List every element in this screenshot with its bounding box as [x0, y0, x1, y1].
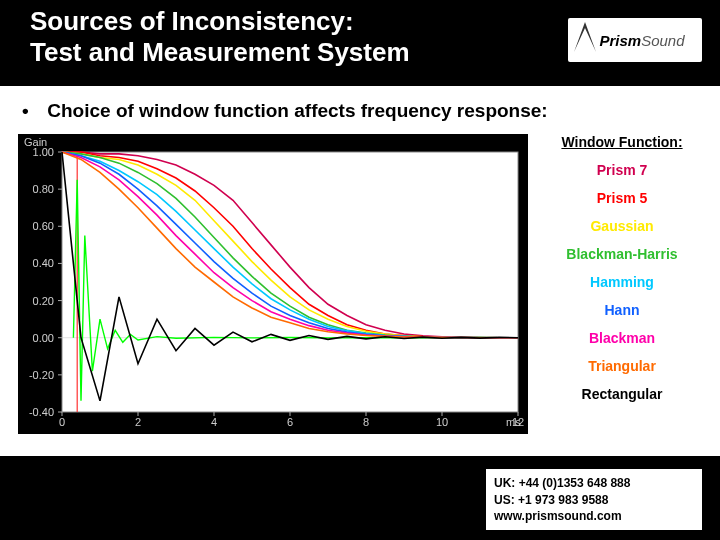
legend: Window Function: Prism 7Prism 5GaussianB… — [540, 130, 704, 408]
svg-rect-1 — [62, 152, 518, 412]
legend-item: Blackman — [540, 324, 704, 352]
svg-text:10: 10 — [436, 416, 448, 428]
logo-text: PrismSound — [585, 32, 684, 49]
bullet-line: • Choice of window function affects freq… — [22, 100, 548, 122]
body: • Choice of window function affects freq… — [0, 86, 720, 456]
chart: -0.40-0.200.000.200.400.600.801.00024681… — [18, 134, 528, 434]
svg-text:Gain: Gain — [24, 136, 47, 148]
bullet-text: Choice of window function affects freque… — [47, 100, 547, 121]
legend-item: Prism 5 — [540, 184, 704, 212]
legend-item: Triangular — [540, 352, 704, 380]
legend-item: Gaussian — [540, 212, 704, 240]
svg-text:ms: ms — [506, 416, 521, 428]
svg-text:0.20: 0.20 — [33, 295, 54, 307]
svg-text:0.60: 0.60 — [33, 220, 54, 232]
svg-text:2: 2 — [135, 416, 141, 428]
brand-logo: PrismSound — [568, 18, 702, 62]
svg-text:6: 6 — [287, 416, 293, 428]
slide: Sources of Inconsistency:Test and Measur… — [0, 0, 720, 540]
footer: UK: +44 (0)1353 648 888 US: +1 973 983 9… — [0, 456, 720, 540]
prism-icon — [574, 22, 596, 52]
contact-uk: UK: +44 (0)1353 648 888 — [494, 475, 694, 491]
contact-box: UK: +44 (0)1353 648 888 US: +1 973 983 9… — [486, 469, 702, 530]
svg-text:0.00: 0.00 — [33, 332, 54, 344]
svg-text:0.80: 0.80 — [33, 183, 54, 195]
svg-marker-0 — [574, 22, 596, 52]
header: Sources of Inconsistency:Test and Measur… — [0, 0, 720, 86]
chart-svg: -0.40-0.200.000.200.400.600.801.00024681… — [18, 134, 528, 434]
svg-text:0.40: 0.40 — [33, 257, 54, 269]
svg-text:8: 8 — [363, 416, 369, 428]
legend-title: Window Function: — [540, 130, 704, 156]
legend-item: Hann — [540, 296, 704, 324]
contact-us: US: +1 973 983 9588 — [494, 492, 694, 508]
page-title: Sources of Inconsistency:Test and Measur… — [30, 6, 530, 67]
legend-item: Prism 7 — [540, 156, 704, 184]
svg-text:-0.40: -0.40 — [29, 406, 54, 418]
svg-text:0: 0 — [59, 416, 65, 428]
svg-text:4: 4 — [211, 416, 217, 428]
legend-item: Rectangular — [540, 380, 704, 408]
bullet-dot-icon: • — [22, 100, 42, 122]
legend-item: Blackman-Harris — [540, 240, 704, 268]
contact-web: www.prismsound.com — [494, 508, 694, 524]
svg-text:-0.20: -0.20 — [29, 369, 54, 381]
legend-item: Hamming — [540, 268, 704, 296]
